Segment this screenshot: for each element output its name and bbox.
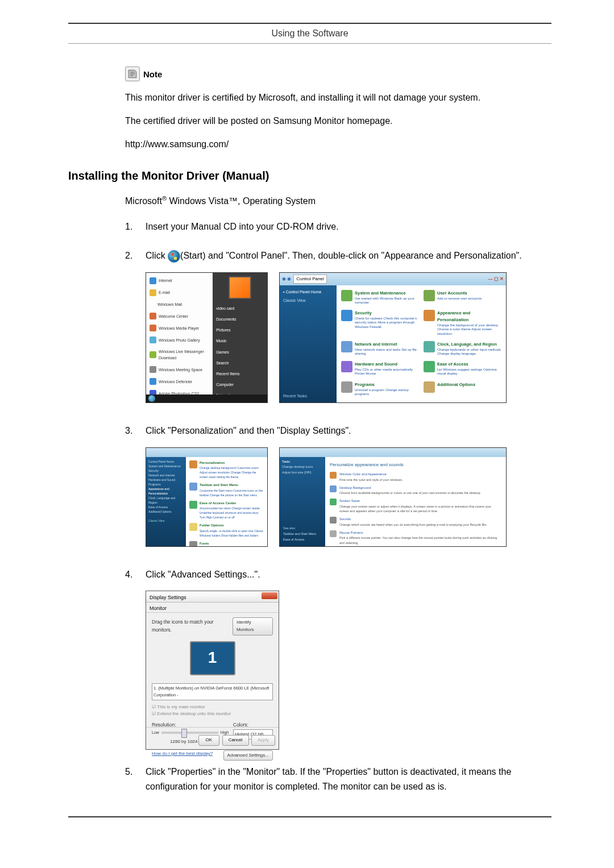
sm-item: Windows Media Player (159, 325, 199, 331)
step-1-number: 1. (125, 219, 146, 234)
cp-classic: Classic View (283, 297, 333, 304)
monitor-select[interactable]: 1. (Multiple Monitors) on NVIDIA GeForce… (152, 683, 273, 700)
note-line-2: The certified driver will be posted on S… (125, 113, 551, 130)
page-header: Using the Software (68, 28, 551, 39)
os-subtitle: Microsoft® Windows Vista™, Operating Sys… (125, 195, 551, 206)
rp-item: Search (215, 358, 265, 368)
ds-tab-monitor[interactable]: Monitor (146, 603, 279, 613)
pz-title: Personalize appearance and sounds (330, 462, 501, 469)
sm-item: Windows Live Messenger Download (159, 348, 209, 361)
ds-window-title: Display Settings (150, 595, 186, 600)
subtitle-suffix: , Operating System (238, 197, 316, 206)
header-bottom-rule (68, 43, 551, 44)
ds-drag-text: Drag the icons to match your monitors. (152, 618, 233, 634)
step-1-text: Insert your Manual CD into your CD-ROM d… (146, 219, 551, 234)
note-label: Note (143, 69, 162, 79)
step-2-post: (Start) and "Control Panel". Then, doubl… (180, 251, 522, 260)
step-3: 3. Click "Personalization" and then "Dis… (125, 423, 551, 553)
sm-item: Windows Photo Gallery (159, 337, 200, 343)
step-4-number: 4. (125, 567, 146, 582)
step-2-number: 2. (125, 248, 146, 263)
step-5: 5. Click "Properties" in the "Monitor" t… (125, 765, 551, 794)
cp-cat-additional: Additional Options (437, 381, 475, 388)
step-4: 4. Click "Advanced Settings...". Display… (125, 567, 551, 750)
cp-cat-ease: Ease of Access (437, 361, 501, 368)
close-icon[interactable] (262, 592, 277, 599)
cp-cat-programs: Programs (355, 381, 419, 388)
screenshot-appearance: Control Panel Home System and Maintenanc… (146, 447, 268, 547)
screenshot-personalization: Tasks Change desktop icons Adjust font s… (279, 447, 507, 547)
step-3-text: Click "Personalization" and then "Displa… (146, 426, 351, 435)
sm-item: Windows Meeting Space (159, 367, 202, 373)
note-line-1: This monitor driver is certified by Micr… (125, 90, 551, 106)
subtitle-mid: Windows Vista (167, 197, 229, 206)
cp-cat-hardware: Hardware and Sound (355, 361, 419, 368)
tm-mark: ™ (229, 197, 238, 206)
cp-cat-system: System and Maintenance (355, 290, 419, 297)
note-block: Note This monitor driver is certified by… (125, 67, 551, 152)
rp-item: Computer (215, 380, 265, 389)
sm-item: E-mail (159, 289, 170, 296)
cp-cat-network: Network and Internet (355, 341, 419, 348)
note-line-3: http://www.samsung.com/ (125, 136, 551, 153)
step-2-pre: Click (146, 251, 168, 260)
rp-item: Documents (215, 314, 265, 324)
step-5-number: 5. (125, 765, 146, 779)
help-link[interactable]: How do I get the best display? (152, 750, 213, 761)
sm-item: Welcome Center (159, 313, 188, 319)
user-avatar (229, 276, 251, 299)
cp-cat-clock: Clock, Language, and Region (437, 341, 501, 348)
step-1: 1. Insert your Manual CD into your CD-RO… (125, 219, 551, 234)
rp-item: Recent Items (215, 369, 265, 379)
identify-monitors-button[interactable]: Identify Monitors (233, 617, 273, 636)
step-5-text: Click "Properties" in the "Monitor" tab.… (146, 765, 551, 794)
sm-item: Windows Defender (159, 379, 192, 385)
cp-home: Control Panel Home (285, 290, 321, 294)
taskbar-start-orb (148, 395, 155, 402)
rp-item: Pictures (215, 325, 265, 335)
screenshot-controlpanel: ◉ ◉ Control Panel — ▢ ✕ • Control Panel … (279, 272, 507, 403)
rp-item: video card (215, 304, 265, 313)
note-icon (125, 67, 140, 81)
screenshot-startmenu: Internet E-mail Windows Mail Welcome Cen… (146, 272, 268, 403)
sm-item: Windows Mail (157, 301, 182, 308)
cancel-button[interactable]: Cancel (222, 735, 249, 746)
step-3-number: 3. (125, 423, 146, 438)
section-title: Installing the Monitor Driver (Manual) (68, 169, 551, 182)
step-4-text: Click "Advanced Settings...". (146, 570, 260, 579)
footer-rule (68, 816, 551, 817)
step-2: 2. Click (Start) and "Control Panel". Th… (125, 248, 551, 409)
monitor-preview: 1 (190, 641, 235, 675)
screenshot-display-settings: Display Settings Monitor Drag the icons … (146, 591, 279, 750)
advanced-settings-button[interactable]: Advanced Settings... (223, 750, 273, 761)
apply-button[interactable]: Apply (251, 735, 275, 746)
ok-button[interactable]: OK (198, 735, 220, 746)
start-orb-icon (168, 250, 180, 263)
cp-breadcrumb: Control Panel (293, 275, 326, 284)
cp-recent: Recent Tasks (283, 393, 307, 399)
subtitle-prefix: Microsoft (125, 197, 162, 206)
cp-cat-appearance: Appearance and Personalization (437, 310, 501, 323)
sm-item: Internet (159, 277, 172, 284)
rp-item: Music (215, 336, 265, 346)
cp-cat-security: Security (355, 310, 419, 317)
rp-item: Games (215, 347, 265, 357)
header-top-rule (68, 23, 551, 24)
cp-cat-user: User Accounts (437, 290, 482, 297)
reg-mark: ® (162, 195, 167, 202)
sm-item: Notes (159, 402, 169, 403)
